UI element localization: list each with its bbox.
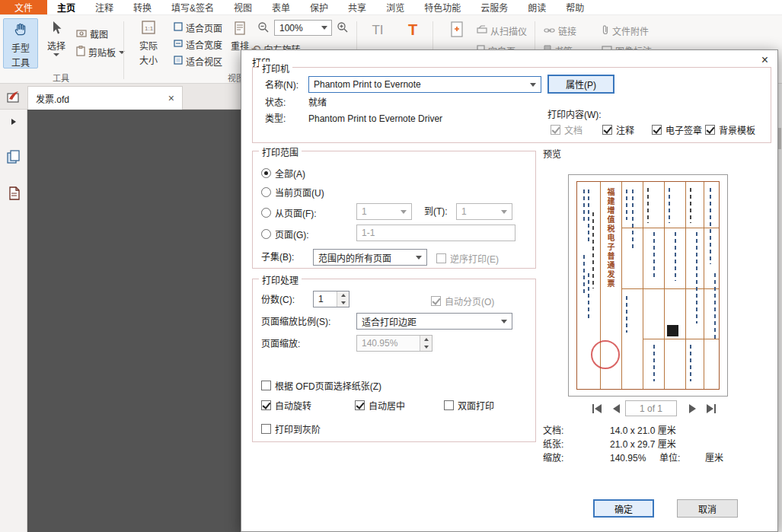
checkbox-collate-label: 自动分页(O)	[445, 295, 494, 307]
page-zoom-value: 140.95%	[362, 338, 397, 349]
file-menu-button[interactable]: 文件	[0, 0, 47, 14]
invoice-text-column	[632, 190, 634, 250]
select-dropdown-caret[interactable]	[53, 53, 59, 56]
pages-range-input[interactable]	[356, 225, 515, 241]
zoom-level-combo[interactable]: 100%	[274, 20, 332, 36]
checkbox-grayscale-box[interactable]	[261, 424, 271, 434]
page-scaling-chevron[interactable]	[501, 320, 507, 323]
checkbox-esignature[interactable]: 电子签章	[652, 123, 702, 136]
tab-view[interactable]: 视图	[224, 0, 262, 14]
copies-spinner[interactable]: 1	[313, 291, 350, 307]
radio-from-circle[interactable]	[261, 208, 271, 218]
attachments-panel-icon[interactable]	[5, 184, 23, 202]
checkbox-duplex-box[interactable]	[444, 400, 454, 410]
radio-current-page[interactable]: 当前页面(U)	[261, 186, 324, 199]
subset-combo[interactable]: 范围内的所有页面	[313, 249, 427, 266]
printer-combo-chevron[interactable]	[530, 83, 536, 87]
file-attachment-button[interactable]: 文件附件	[602, 24, 649, 37]
tab-cloud[interactable]: 云服务	[471, 0, 518, 14]
checkbox-reverse-box	[436, 253, 446, 263]
paper-size-label: 纸张:	[543, 439, 563, 450]
next-page-button[interactable]	[685, 402, 700, 416]
printer-name-combo[interactable]: Phantom Print to Evernote	[308, 76, 541, 93]
tab-comment[interactable]: 注释	[85, 0, 123, 14]
checkbox-background-template[interactable]: 背景模板	[705, 123, 755, 136]
signature-pen-icon[interactable]	[5, 88, 23, 106]
invoice-text-column	[583, 190, 585, 221]
link-button[interactable]: 链接	[544, 24, 576, 37]
cancel-button[interactable]: 取消	[677, 499, 738, 518]
checkbox-duplex[interactable]: 双面打印	[444, 399, 494, 412]
tab-protect[interactable]: 保护	[300, 0, 338, 14]
zoom-out-button[interactable]	[257, 21, 270, 36]
checkbox-auto-rotate-box[interactable]	[261, 400, 271, 410]
radio-all-pages[interactable]: 全部(A)	[261, 167, 305, 180]
ribbon-divider	[123, 21, 124, 79]
checkbox-paper-by-page[interactable]: 根据 OFD页面选择纸张(Z)	[261, 379, 381, 392]
hand-tool-button[interactable]: 手型 工具	[3, 18, 38, 68]
page-scaling-combo[interactable]: 适合打印边距	[356, 313, 512, 330]
checkbox-paper-by-page-box[interactable]	[261, 381, 271, 390]
zoom-combo-chevron[interactable]	[321, 26, 327, 30]
left-panel-bar	[0, 110, 27, 532]
radio-pages[interactable]: 页面(G):	[261, 228, 309, 241]
subset-chevron[interactable]	[416, 256, 422, 260]
checkbox-annotations[interactable]: 注释	[602, 123, 634, 136]
tab-home[interactable]: 主页	[47, 0, 85, 14]
fit-visible-button[interactable]: 适合视区	[174, 55, 222, 68]
first-page-button[interactable]	[589, 402, 605, 416]
actual-size-button[interactable]: 1:1 实际 大小	[131, 20, 166, 75]
zoom-in-button[interactable]	[337, 21, 349, 36]
tab-form[interactable]: 表单	[262, 0, 300, 14]
checkbox-annotations-box[interactable]	[602, 125, 612, 135]
dialog-close-icon[interactable]: ×	[761, 53, 768, 67]
checkbox-reverse-label: 逆序打印(E)	[450, 252, 499, 265]
pages-panel-icon[interactable]	[5, 148, 23, 166]
properties-button[interactable]: 属性(P)	[547, 75, 614, 94]
tab-help[interactable]: 帮助	[556, 0, 594, 14]
ok-button[interactable]: 确定	[593, 499, 654, 518]
select-tool-button[interactable]: 选择	[41, 20, 72, 73]
radio-all-circle[interactable]	[261, 168, 271, 178]
tab-browse[interactable]: 浏览	[376, 0, 414, 14]
actual-size-label2: 大小	[139, 53, 158, 66]
checkbox-esignature-box[interactable]	[652, 125, 662, 135]
doc-size-value: 14.0 x 21.0 厘米	[610, 425, 676, 436]
screenshot-button[interactable]: 截图	[76, 27, 108, 40]
checkbox-esignature-label: 电子签章	[665, 123, 702, 136]
previous-page-button[interactable]	[608, 402, 624, 416]
checkbox-grayscale[interactable]: 打印到灰阶	[261, 422, 321, 435]
document-tab[interactable]: 发票.ofd ×	[27, 86, 183, 110]
invoice-text-column	[690, 345, 691, 381]
printer-group-legend: 打印机	[259, 62, 292, 75]
checkbox-auto-center[interactable]: 自动居中	[355, 399, 405, 412]
panel-expander-icon[interactable]	[5, 113, 23, 131]
tab-read-aloud[interactable]: 朗读	[518, 0, 556, 14]
fit-page-button[interactable]: 适合页面	[174, 21, 222, 34]
radio-current-circle[interactable]	[261, 187, 271, 197]
radio-pages-circle[interactable]	[261, 229, 271, 239]
copies-spinner-arrows[interactable]	[337, 291, 349, 307]
clipboard-button[interactable]: 剪贴板	[76, 46, 125, 59]
tab-convert[interactable]: 转换	[123, 0, 161, 14]
print-dialog: 打印 × 打印机 名称(N): Phantom Print to Evernot…	[241, 49, 778, 532]
invoice-text-column	[696, 232, 697, 323]
invoice-text-column	[653, 345, 655, 381]
from-scanner-button[interactable]: 从扫描仪	[477, 24, 527, 37]
invoice-text-column	[714, 273, 716, 342]
checkbox-background-template-box[interactable]	[705, 125, 715, 135]
tab-share[interactable]: 共享	[338, 0, 376, 14]
radio-from-page[interactable]: 从页面(F):	[261, 206, 317, 219]
checkbox-auto-rotate[interactable]: 自动旋转	[261, 399, 311, 412]
tab-close-icon[interactable]: ×	[168, 92, 174, 104]
last-page-button[interactable]	[704, 402, 719, 416]
ribbon-section-tools: 工具	[15, 72, 107, 84]
tab-features[interactable]: 特色功能	[414, 0, 471, 14]
radio-from-label: 从页面(F):	[275, 206, 317, 219]
zoom-in-icon	[337, 21, 349, 36]
checkbox-auto-center-box[interactable]	[355, 400, 365, 410]
preview-zoom-label: 缩放:	[543, 453, 563, 464]
tab-fill-sign[interactable]: 填写&签名	[161, 0, 224, 14]
fit-width-button[interactable]: 适合宽度	[174, 38, 222, 51]
radio-pages-label: 页面(G):	[275, 228, 309, 241]
